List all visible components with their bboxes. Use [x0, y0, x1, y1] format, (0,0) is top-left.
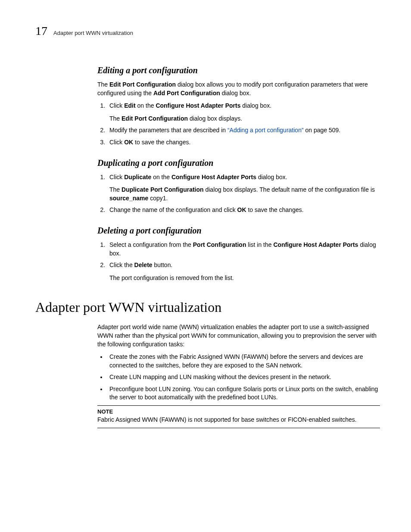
- text: dialog box.: [240, 102, 271, 109]
- text: to save the changes.: [133, 139, 190, 146]
- bold-term: Duplicate Port Configuration: [121, 186, 204, 193]
- list-item: Click OK to save the changes.: [107, 138, 380, 147]
- text: Click: [109, 174, 124, 180]
- bold-term: Configure Host Adapter Ports: [171, 174, 256, 180]
- text: Select a configuration from the: [109, 241, 193, 248]
- bold-term: Delete: [134, 261, 153, 268]
- running-header: 17 Adapter port WWN virtualization: [35, 24, 380, 38]
- text: Change the name of the configuration and…: [109, 206, 237, 213]
- text: dialog box.: [256, 174, 287, 180]
- bold-term: Edit Port Configuration: [121, 115, 188, 122]
- ordered-list: Click Duplicate on the Configure Host Ad…: [97, 173, 380, 215]
- list-item: Click Edit on the Configure Host Adapter…: [107, 102, 380, 123]
- paragraph: Adapter port world wide name (WWN) virtu…: [97, 323, 380, 348]
- text: list in the: [246, 241, 273, 248]
- cross-reference-link[interactable]: “Adding a port configuration”: [227, 127, 304, 134]
- heading-duplicating: Duplicating a port configuration: [97, 158, 380, 168]
- text: Click: [109, 102, 124, 109]
- note-label: NOTE: [97, 408, 380, 415]
- note-text: Fabric Assigned WWN (FAWWN) is not suppo…: [97, 416, 357, 423]
- sub-paragraph: The Duplicate Port Configuration dialog …: [109, 186, 380, 202]
- text: dialog box displays.: [188, 115, 242, 122]
- list-item: Preconfigure boot LUN zoning. You can co…: [107, 385, 380, 402]
- unordered-list: Create the zones with the Fabric Assigne…: [97, 353, 380, 402]
- text: Click: [109, 139, 124, 146]
- text: The: [97, 81, 109, 88]
- text: Click the: [109, 261, 134, 268]
- chapter-number: 17: [35, 24, 47, 38]
- list-item: Click the Delete button. The port config…: [107, 261, 380, 282]
- text: The port configuration is removed from t…: [109, 274, 234, 281]
- list-item: Select a configuration from the Port Con…: [107, 241, 380, 258]
- ordered-list: Select a configuration from the Port Con…: [97, 241, 380, 282]
- bold-term: OK: [124, 139, 133, 146]
- bold-term: Edit: [124, 102, 135, 109]
- paragraph: The Edit Port Configuration dialog box a…: [97, 81, 380, 97]
- text: The: [109, 115, 121, 122]
- sub-paragraph: The Edit Port Configuration dialog box d…: [109, 115, 380, 123]
- text: on the: [136, 102, 156, 109]
- list-item: Create the zones with the Fabric Assigne…: [107, 353, 380, 370]
- text: The: [109, 186, 121, 193]
- text: on page 509.: [304, 127, 341, 134]
- list-item: Click Duplicate on the Configure Host Ad…: [107, 173, 380, 203]
- heading-adapter-wwn: Adapter port WWN virtualization: [35, 299, 380, 315]
- bold-term: Duplicate: [124, 174, 151, 180]
- bold-term: OK: [237, 206, 246, 213]
- text: to save the changes.: [246, 206, 304, 213]
- text: on the: [151, 174, 171, 180]
- running-title: Adapter port WWN virtualization: [53, 30, 133, 36]
- bold-term: Edit Port Configuration: [109, 81, 176, 88]
- heading-editing: Editing a port configuration: [97, 65, 380, 75]
- text: dialog box displays. The default name of…: [204, 186, 375, 193]
- list-item: Change the name of the configuration and…: [107, 206, 380, 215]
- bold-term: Configure Host Adapter Ports: [273, 241, 358, 248]
- bold-term: Port Configuration: [193, 241, 246, 248]
- ordered-list: Click Edit on the Configure Host Adapter…: [97, 102, 380, 146]
- text: copy1.: [148, 195, 168, 202]
- list-item: Modify the parameters that are described…: [107, 126, 380, 135]
- bold-term: source_name: [109, 195, 148, 202]
- sub-paragraph: The port configuration is removed from t…: [109, 274, 380, 283]
- bold-term: Add Port Configuration: [153, 90, 220, 96]
- page: 17 Adapter port WWN virtualization Editi…: [0, 0, 411, 428]
- text: button.: [153, 261, 173, 268]
- bold-term: Configure Host Adapter Ports: [156, 102, 240, 109]
- heading-deleting: Deleting a port configuration: [97, 226, 380, 236]
- content-body: Adapter port world wide name (WWN) virtu…: [97, 323, 380, 428]
- text: Modify the parameters that are described…: [109, 127, 227, 134]
- text: dialog box.: [220, 90, 251, 96]
- note-block: NOTE Fabric Assigned WWN (FAWWN) is not …: [97, 405, 380, 428]
- content-body: Editing a port configuration The Edit Po…: [97, 65, 380, 282]
- list-item: Create LUN mapping and LUN masking witho…: [107, 373, 380, 382]
